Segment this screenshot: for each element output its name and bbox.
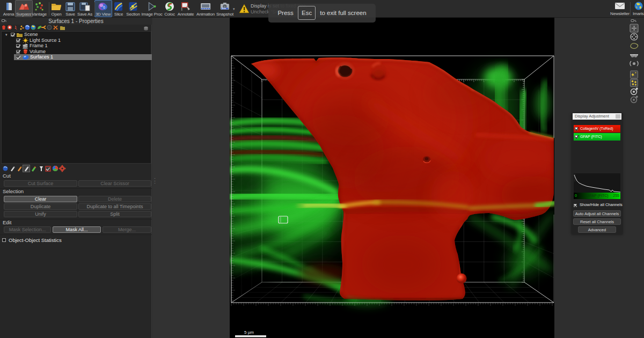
svg-text:AIVIA: AIVIA bbox=[222, 8, 226, 10]
svg-text:5 µm: 5 µm bbox=[244, 330, 254, 335]
svg-text:6: 6 bbox=[103, 5, 105, 9]
